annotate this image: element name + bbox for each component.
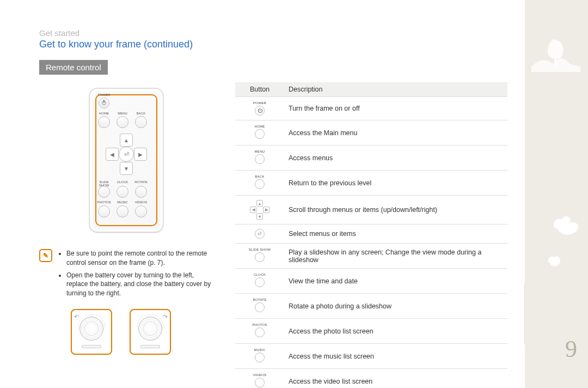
table-row: BACKReturn to the previous level [235, 171, 507, 196]
back-button-icon [135, 116, 147, 128]
description-cell: Access the music list screen [284, 344, 507, 369]
button-mini-icon [255, 129, 265, 139]
note-item: Be sure to point the remote control to t… [66, 249, 213, 268]
button-mini-icon [255, 378, 265, 387]
description-cell: Access menus [284, 146, 507, 171]
button-mini-label: PHOTOS [240, 323, 280, 326]
page-content: Get started Get to know your frame (cont… [0, 0, 588, 388]
button-cell: MUSIC [235, 344, 284, 369]
button-cell: PHOTOS [235, 319, 284, 344]
remote-label-rotate: ROTATE [134, 180, 148, 184]
table-row: POWER⏻Turn the frame on or off [235, 97, 507, 120]
button-cell: VIDEOS [235, 369, 284, 389]
button-mini-icon [255, 302, 265, 312]
description-cell: Access the photo list screen [284, 319, 507, 344]
description-cell: Rotate a photo during a slideshow [284, 294, 507, 319]
button-cell: HOME [235, 120, 284, 146]
menu-button-icon [117, 116, 128, 128]
table-row: SLIDE SHOWPlay a slideshow in any screen… [235, 244, 507, 269]
button-cell: MENU [235, 146, 284, 171]
remote-label-clock: CLOCK [115, 180, 130, 184]
button-mini-icon [255, 252, 265, 262]
button-mini-icon [255, 154, 265, 164]
description-cell: View the time and date [284, 269, 507, 294]
description-cell: Access the Main menu [284, 120, 507, 146]
description-cell: Scroll through menus or items (up/down/l… [284, 196, 507, 225]
remote-label-menu: MENU [115, 112, 130, 115]
remote-label-home: HOME [97, 112, 111, 115]
description-cell: Play a slideshow in any screen; Change t… [284, 244, 507, 269]
table-row: HOMEAccess the Main menu [235, 120, 507, 146]
battery-open-diagram: ↶ [71, 309, 112, 355]
button-mini-label: ROTATE [240, 298, 280, 301]
button-mini-icon [255, 179, 265, 189]
music-button-icon [117, 205, 128, 217]
table-row: CLOCKView the time and date [235, 269, 507, 294]
clock-button-icon [117, 186, 128, 198]
table-row: MUSICAccess the music list screen [235, 344, 507, 369]
button-cell: BACK [235, 171, 284, 196]
remote-label-music: MUSIC [115, 201, 130, 204]
page-title: Get to know your frame (continued) [39, 39, 549, 50]
note-item: Open the battery cover by turning to the… [66, 271, 213, 298]
power-button-icon [99, 98, 109, 108]
button-mini-icon: ⏎ [255, 229, 265, 239]
button-mini-label: MUSIC [240, 348, 280, 351]
videos-button-icon [135, 205, 147, 217]
button-table: Button Description POWER⏻Turn the frame … [235, 82, 507, 388]
button-cell: POWER⏻ [235, 97, 284, 120]
dpad-mini-icon: ▲▼◀▶ [250, 200, 270, 220]
dpad-icon: ▲ ▼ ◀ ▶ ⏎ [106, 134, 147, 175]
slideshow-button-icon [98, 186, 110, 198]
table-row: ⏎Select menus or items [235, 225, 507, 244]
button-mini-icon: ⏻ [255, 106, 265, 116]
table-row: PHOTOSAccess the photo list screen [235, 319, 507, 344]
button-mini-label: HOME [240, 125, 280, 128]
th-button: Button [235, 82, 284, 97]
table-row: VIDEOSAccess the video list screen [235, 369, 507, 389]
remote-illustration: POWER HOME MENU BACK ▲ ▼ ◀ ▶ ⏎ [89, 88, 164, 233]
button-cell: ROTATE [235, 294, 284, 319]
remote-label-back: BACK [134, 112, 148, 115]
breadcrumb: Get started [39, 28, 549, 38]
table-row: ▲▼◀▶Scroll through menus or items (up/do… [235, 196, 507, 225]
button-cell: CLOCK [235, 269, 284, 294]
description-cell: Turn the frame on or off [284, 97, 507, 120]
button-cell: ⏎ [235, 225, 284, 244]
note-block: ✎ Be sure to point the remote control to… [39, 249, 213, 301]
note-icon: ✎ [39, 249, 52, 262]
description-cell: Return to the previous level [284, 171, 507, 196]
table-row: ROTATERotate a photo during a slideshow [235, 294, 507, 319]
remote-label-videos: VIDEOS [134, 201, 148, 204]
button-mini-label: POWER [240, 101, 280, 105]
photos-button-icon [98, 205, 110, 217]
button-mini-label: MENU [240, 150, 280, 153]
button-mini-label: VIDEOS [240, 373, 280, 377]
home-button-icon [98, 116, 110, 128]
button-mini-label: SLIDE SHOW [240, 248, 280, 251]
section-heading: Remote control [39, 60, 108, 75]
remote-label-power: POWER [97, 93, 111, 96]
button-cell: SLIDE SHOW [235, 244, 284, 269]
battery-diagrams: ↶ ↷ [39, 309, 213, 355]
remote-label-photos: PHOTOS [97, 201, 111, 204]
th-description: Description [284, 82, 507, 97]
table-row: MENUAccess menus [235, 146, 507, 171]
rotate-button-icon [135, 186, 147, 198]
description-cell: Access the video list screen [284, 369, 507, 389]
button-mini-label: BACK [240, 175, 280, 178]
button-mini-icon [255, 328, 265, 337]
battery-close-diagram: ↷ [130, 309, 171, 355]
description-cell: Select menus or items [284, 225, 507, 244]
button-mini-icon [255, 277, 265, 287]
button-mini-icon [255, 353, 265, 362]
button-cell: ▲▼◀▶ [235, 196, 284, 225]
button-mini-label: CLOCK [240, 273, 280, 276]
